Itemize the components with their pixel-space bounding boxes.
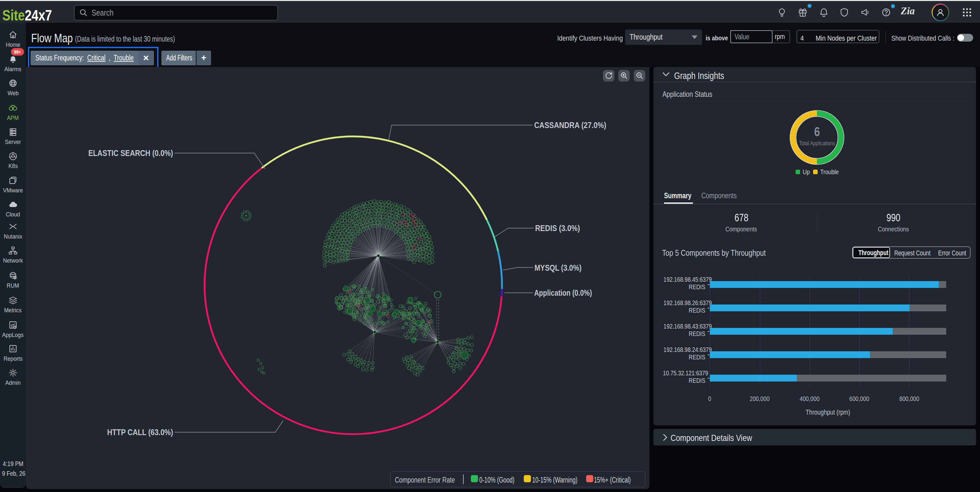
- svg-text:REDIS (3.0%): REDIS (3.0%): [535, 223, 580, 233]
- svg-text:Application (0.0%): Application (0.0%): [534, 288, 592, 298]
- svg-text:MYSQL (3.0%): MYSQL (3.0%): [535, 263, 582, 273]
- svg-text:ELASTIC SEARCH (0.0%): ELASTIC SEARCH (0.0%): [88, 148, 173, 158]
- svg-text:HTTP CALL (63.0%): HTTP CALL (63.0%): [107, 427, 173, 437]
- svg-text:CASSANDRA (27.0%): CASSANDRA (27.0%): [534, 120, 606, 130]
